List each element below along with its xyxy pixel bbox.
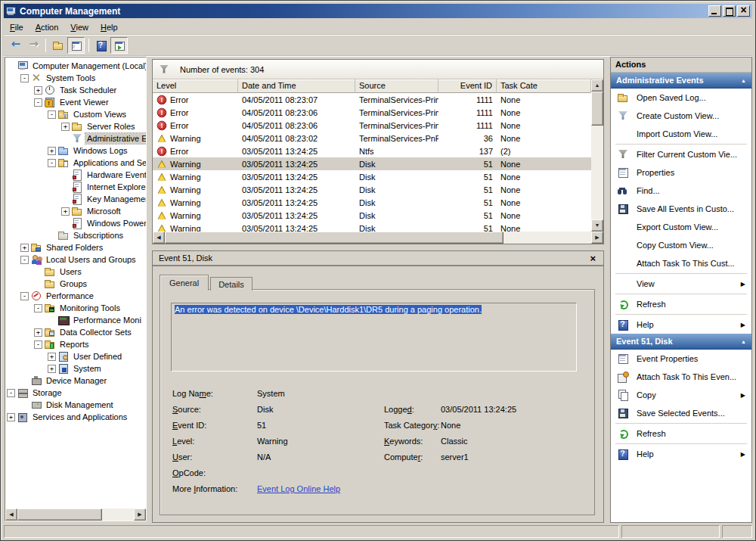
scroll-right-icon[interactable]: ▶ [134,508,146,521]
action-create-custom-view[interactable]: Create Custom View... [611,107,751,125]
action-filter-current-custom-vie[interactable]: Filter Current Custom Vie... [611,145,751,163]
action-attach-task-to-this-cust[interactable]: Attach Task To This Cust... [611,254,751,272]
scroll-left-icon[interactable]: ◀ [5,508,17,521]
expand-icon[interactable]: + [7,413,15,421]
action-open-saved-log[interactable]: Open Saved Log... [611,89,751,107]
title-bar[interactable]: Computer Management [4,4,752,18]
tree-item-system-tools[interactable]: -System Tools [5,72,146,84]
action-import-custom-view[interactable]: Import Custom View... [611,125,751,143]
event-row[interactable]: Warning03/05/2011 13:24:25Disk51None [153,183,591,196]
column-header-level[interactable]: Level [153,79,238,93]
menu-file[interactable]: File [4,20,29,34]
event-row[interactable]: Warning03/05/2011 13:24:25Disk51None [153,170,591,183]
tree-item-services-and-applications[interactable]: +Services and Applications [5,411,146,423]
action-save-all-events-in-custo[interactable]: Save All Events in Custo... [611,200,751,218]
collapse-icon[interactable]: - [48,110,56,119]
scrollbar-thumb[interactable] [165,232,503,244]
scrollbar-thumb[interactable] [17,508,102,521]
expand-icon[interactable]: + [48,147,56,155]
tree-item-local-users-and-groups[interactable]: -Local Users and Groups [5,253,146,266]
action-save-selected-events[interactable]: Save Selected Events... [611,404,751,422]
tree-item-monitoring-tools[interactable]: -Monitoring Tools [5,302,146,314]
tree-item-user-defined[interactable]: +User Defined [5,350,146,362]
tree-item-windows-powersh[interactable]: Windows PowerSh [5,217,146,229]
tree-item-performance-moni[interactable]: Performance Moni [5,314,146,326]
scrollbar-track[interactable] [591,126,603,219]
action-refresh[interactable]: Refresh [611,424,751,443]
minimize-button[interactable] [708,5,721,17]
action-properties[interactable]: Properties [611,163,751,182]
collapse-icon[interactable]: - [20,256,29,264]
column-header-date-and-time[interactable]: Date and Time [238,79,355,93]
close-button[interactable] [737,5,750,17]
expand-icon[interactable]: + [61,207,70,216]
collapse-icon[interactable]: - [20,292,29,300]
event-row[interactable]: Warning04/05/2011 08:23:02TerminalServic… [153,132,591,145]
events-vertical-scrollbar[interactable]: ▲ ▼ [591,79,603,232]
tree-item-administrative-eve[interactable]: Administrative Eve [5,132,146,145]
collapse-icon[interactable]: ▲ [741,78,746,83]
column-header-source[interactable]: Source [355,79,438,93]
action-refresh[interactable]: Refresh [611,295,751,313]
maximize-button[interactable] [723,5,736,17]
collapse-icon[interactable]: - [34,98,42,107]
scroll-up-icon[interactable]: ▲ [591,79,603,92]
action-export-custom-view[interactable]: Export Custom View... [611,218,751,236]
action-copy-custom-view[interactable]: Copy Custom View... [611,236,751,254]
event-row[interactable]: Warning03/05/2011 13:24:25Disk51None [153,222,591,232]
action-pane-toggle-button[interactable] [110,37,128,54]
column-header-task-cate[interactable]: Task Cate [497,79,591,93]
expand-icon[interactable]: + [34,86,42,95]
back-button[interactable] [6,37,23,54]
expand-icon[interactable]: + [34,328,42,337]
collapse-icon[interactable]: - [34,304,42,312]
column-header-event-id[interactable]: Event ID [438,79,497,93]
tree-item-disk-management[interactable]: Disk Management [5,399,146,411]
event-row[interactable]: Warning03/05/2011 13:24:25Disk51None [153,196,591,209]
menu-action[interactable]: Action [29,20,65,34]
event-row[interactable]: Error03/05/2011 13:24:25Ntfs137(2) [153,145,591,157]
tree-horizontal-scrollbar[interactable]: ◀ ▶ [5,508,146,521]
action-help[interactable]: Help▶ [611,316,751,334]
tree-item-computer-management-local[interactable]: Computer Management (Local) [5,60,146,72]
event-row[interactable]: Error04/05/2011 08:23:06TerminalServices… [153,119,591,132]
section-header-administrative-events[interactable]: Administrative Events▲ [611,73,751,89]
event-row[interactable]: Error04/05/2011 08:23:07TerminalServices… [153,93,591,106]
console-tree-toggle-button[interactable] [67,37,85,54]
tree-item-performance[interactable]: -Performance [5,290,146,302]
event-description-box[interactable]: An error was detected on device \Device\… [171,303,577,372]
tree-item-groups[interactable]: Groups [5,278,146,290]
tree-item-shared-folders[interactable]: +Shared Folders [5,241,146,253]
scrollbar-track[interactable] [102,508,134,521]
event-log-online-help-link[interactable]: Event Log Online Help [257,484,340,493]
tab-general[interactable]: General [160,275,209,291]
event-row[interactable]: Error04/05/2011 08:23:06TerminalServices… [153,106,591,119]
scroll-right-icon[interactable]: ▶ [591,232,603,244]
action-find[interactable]: Find... [611,182,751,200]
expand-icon[interactable]: + [48,365,56,373]
tree-item-hardware-events[interactable]: Hardware Events [5,169,146,181]
event-row[interactable]: Warning03/05/2011 13:24:25Disk51None [153,157,591,170]
scroll-down-icon[interactable]: ▼ [591,219,603,232]
tree-item-server-roles[interactable]: +Server Roles [5,120,146,132]
tree-item-users[interactable]: Users [5,266,146,278]
tree-item-internet-explorer[interactable]: Internet Explorer [5,181,146,193]
collapse-icon[interactable]: - [7,389,15,397]
action-help[interactable]: Help▶ [611,445,751,463]
scrollbar-thumb[interactable] [591,92,603,126]
tree-item-applications-and-servi[interactable]: -Applications and Servi [5,157,146,169]
tree-item-data-collector-sets[interactable]: +Data Collector Sets [5,326,146,338]
tree-item-key-management[interactable]: Key Management [5,193,146,205]
action-view[interactable]: View▶ [611,275,751,293]
section-header-event-51-disk[interactable]: Event 51, Disk▲ [611,334,751,350]
expand-icon[interactable]: + [48,353,56,361]
tree-item-windows-logs[interactable]: +Windows Logs [5,145,146,157]
action-event-properties[interactable]: Event Properties [611,350,751,368]
collapse-icon[interactable]: - [48,159,56,167]
action-attach-task-to-this-even[interactable]: Attach Task To This Even... [611,368,751,386]
menu-help[interactable]: Help [94,20,124,34]
scroll-left-icon[interactable]: ◀ [153,232,165,244]
collapse-icon[interactable]: - [34,340,42,349]
tree-item-storage[interactable]: -Storage [5,387,146,399]
collapse-icon[interactable]: - [20,74,29,82]
